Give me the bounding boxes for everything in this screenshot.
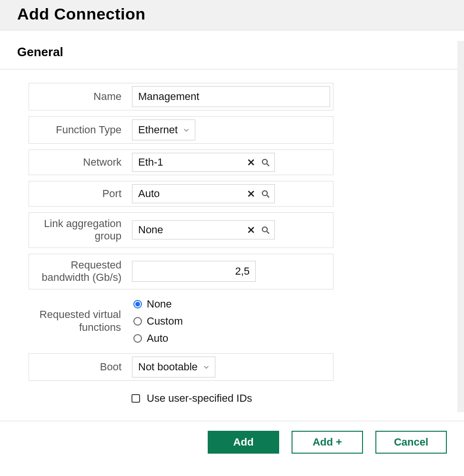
svg-line-11 (267, 232, 269, 234)
row-name: Name (29, 83, 333, 110)
row-function-type: Function Type Ethernet (29, 116, 333, 144)
radio-icon (133, 317, 142, 326)
vf-option-none[interactable]: None (133, 298, 172, 310)
row-bandwidth: Requested bandwidth (Gb/s) (29, 254, 333, 289)
svg-point-6 (262, 191, 267, 196)
dialog-title: Add Connection (17, 5, 447, 23)
radio-icon (133, 334, 142, 343)
boot-select[interactable]: Not bootable (132, 357, 215, 377)
form-area: Name Function Type Ethernet Network Eth-… (0, 69, 333, 405)
name-input[interactable] (132, 86, 330, 107)
row-use-ids[interactable]: Use user-specified IDs (29, 392, 333, 405)
close-icon[interactable] (246, 157, 256, 168)
label-network: Network (29, 150, 129, 175)
section-title: General (17, 45, 447, 69)
search-icon[interactable] (260, 157, 271, 168)
svg-line-7 (267, 195, 269, 198)
label-lag: Link aggregation group (29, 213, 129, 248)
vf-option-label: None (147, 298, 172, 310)
boot-value: Not bootable (138, 361, 198, 373)
chevron-down-icon (182, 126, 190, 134)
port-lookup[interactable]: Auto (132, 184, 275, 203)
row-network: Network Eth-1 (29, 149, 333, 175)
row-virtual-functions: Requested virtual functions None Custom … (29, 295, 333, 347)
function-type-value: Ethernet (138, 124, 178, 136)
scrollbar[interactable] (457, 41, 464, 412)
port-value: Auto (138, 188, 242, 200)
label-vf: Requested virtual functions (29, 295, 129, 347)
row-lag: Link aggregation group None (29, 212, 333, 248)
vf-option-auto[interactable]: Auto (133, 332, 168, 345)
radio-icon (133, 300, 142, 308)
dialog-header: Add Connection (0, 0, 464, 30)
vf-option-custom[interactable]: Custom (133, 315, 183, 327)
use-ids-label: Use user-specified IDs (147, 392, 252, 405)
cancel-button[interactable]: Cancel (375, 431, 447, 454)
add-plus-button[interactable]: Add + (292, 431, 363, 454)
chevron-down-icon (202, 363, 210, 371)
lag-value: None (138, 224, 242, 236)
search-icon[interactable] (260, 225, 271, 235)
svg-point-2 (262, 159, 267, 164)
label-function-type: Function Type (29, 117, 129, 143)
close-icon[interactable] (246, 225, 256, 235)
checkbox-icon[interactable] (131, 394, 140, 403)
search-icon[interactable] (260, 188, 271, 199)
network-lookup[interactable]: Eth-1 (132, 153, 275, 172)
svg-point-10 (262, 227, 267, 232)
footer-buttons: Add Add + Cancel (0, 421, 464, 454)
network-value: Eth-1 (138, 156, 242, 169)
label-name: Name (29, 83, 129, 110)
row-port: Port Auto (29, 181, 333, 207)
add-button[interactable]: Add (208, 431, 279, 454)
vf-option-label: Custom (147, 315, 183, 327)
bandwidth-input[interactable] (132, 261, 256, 282)
label-bandwidth: Requested bandwidth (Gb/s) (29, 254, 129, 289)
function-type-select[interactable]: Ethernet (132, 119, 195, 140)
lag-lookup[interactable]: None (132, 220, 275, 239)
vf-option-label: Auto (147, 332, 168, 345)
svg-line-3 (267, 164, 269, 166)
row-boot: Boot Not bootable (29, 353, 333, 381)
label-boot: Boot (29, 354, 129, 380)
label-port: Port (29, 181, 129, 206)
close-icon[interactable] (246, 188, 256, 199)
